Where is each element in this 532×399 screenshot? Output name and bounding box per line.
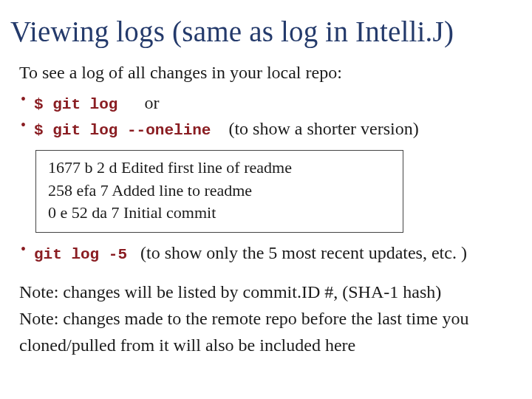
bullet-list-bottom: git log -5 (to show only the 5 most rece…	[21, 240, 511, 266]
output-line-2: 258 efa 7 Added line to readme	[48, 180, 391, 202]
notes-section: Note: changes will be listed by commit.I…	[19, 279, 511, 358]
code-git-log: $ git log	[34, 96, 117, 113]
bullet-3-suffix: (to show only the 5 most recent updates,…	[140, 243, 467, 262]
slide-container: Viewing logs (same as log in Intelli.J) …	[0, 0, 532, 373]
bullet-list-top: $ git log or $ git log --oneline (to sho…	[21, 90, 511, 143]
bullet-2-suffix: (to show a shorter version)	[228, 119, 418, 138]
output-line-1: 1677 b 2 d Edited first line of readme	[48, 157, 391, 180]
note-1: Note: changes will be listed by commit.I…	[19, 279, 511, 305]
bullet-item-1: $ git log or	[21, 90, 511, 116]
note-2: Note: changes made to the remote repo be…	[19, 305, 511, 358]
code-git-log-oneline: $ git log --oneline	[34, 122, 211, 139]
bullet-1-suffix: or	[144, 93, 159, 112]
bullet-item-3: git log -5 (to show only the 5 most rece…	[21, 240, 511, 266]
terminal-output-box: 1677 b 2 d Edited first line of readme 2…	[35, 150, 403, 233]
slide-title: Viewing logs (same as log in Intelli.J)	[10, 15, 511, 48]
code-git-log-5: git log -5	[34, 246, 127, 263]
bullet-item-2: $ git log --oneline (to show a shorter v…	[21, 116, 511, 142]
output-line-3: 0 e 52 da 7 Initial commit	[48, 202, 391, 225]
intro-text: To see a log of all changes in your loca…	[19, 63, 511, 83]
